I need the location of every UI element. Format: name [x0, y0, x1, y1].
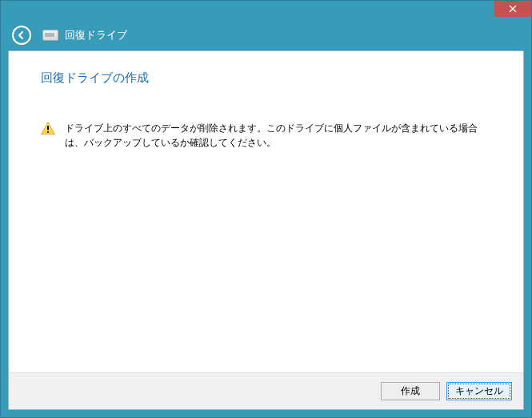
svg-rect-2 [47, 126, 49, 131]
svg-point-3 [47, 131, 49, 133]
content-panel: 回復ドライブの作成 ドライブ上のすべてのデータが削除されます。このドライブに個人… [8, 50, 524, 410]
wizard-window: 回復ドライブ 回復ドライブの作成 ドライブ上のすべてのデータが削除されます。この… [0, 0, 532, 418]
create-button[interactable]: 作成 [381, 382, 440, 400]
title-bar [1, 1, 531, 19]
warning-text: ドライブ上のすべてのデータが削除されます。このドライブに個人ファイルが含まれてい… [65, 121, 485, 150]
header-row: 回復ドライブ [1, 19, 531, 50]
page-heading: 回復ドライブの作成 [41, 70, 491, 86]
back-arrow-icon [17, 30, 26, 40]
close-button[interactable] [494, 1, 531, 17]
back-button[interactable] [12, 26, 31, 45]
warning-icon [41, 122, 55, 135]
warning-row: ドライブ上のすべてのデータが削除されます。このドライブに個人ファイルが含まれてい… [41, 121, 491, 150]
footer: 作成 キャンセル [9, 372, 523, 409]
drive-icon [42, 30, 58, 41]
close-icon [509, 5, 517, 13]
cancel-button[interactable]: キャンセル [446, 382, 512, 400]
content-inner: 回復ドライブの作成 ドライブ上のすべてのデータが削除されます。このドライブに個人… [9, 51, 523, 372]
app-title: 回復ドライブ [65, 28, 127, 42]
